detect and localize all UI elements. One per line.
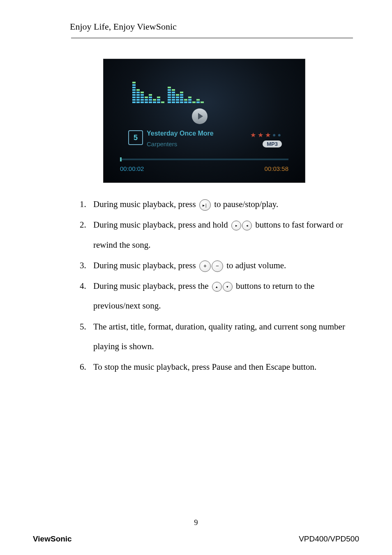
- elapsed-time: 00:00:02: [120, 165, 144, 172]
- footer-model: VPD400/VPD500: [299, 534, 359, 543]
- step-text: During music playback, press and hold: [93, 220, 230, 230]
- device-screenshot-wrap: 5 Yesterday Once More Carpenters ★ ★ ★ ●…: [55, 59, 353, 183]
- step-text: During music playback, press the: [93, 281, 211, 291]
- rating-stars: ★ ★ ★ ● ●: [250, 131, 281, 139]
- step-text: to pause/stop/play.: [214, 199, 278, 209]
- play-indicator-icon: [192, 108, 208, 124]
- step-text: The artist, title, format, duration, qua…: [93, 322, 345, 351]
- step-text: During music playback, press: [93, 199, 198, 209]
- star-icon: ★: [258, 131, 263, 139]
- list-item: During music playback, press the buttons…: [88, 276, 353, 316]
- step-text: To stop the music playback, press Pause …: [93, 362, 316, 372]
- header-rule: [71, 38, 353, 38]
- format-badge: MP3: [263, 140, 282, 147]
- footer-brand: ViewSonic: [33, 534, 72, 543]
- track-title: Yesterday Once More: [147, 130, 214, 137]
- device-screenshot: 5 Yesterday Once More Carpenters ★ ★ ★ ●…: [103, 59, 305, 183]
- total-duration: 00:03:58: [265, 165, 288, 172]
- page-number: 9: [0, 518, 392, 527]
- progress-bar: [120, 159, 288, 160]
- instruction-list: During music playback, press to pause/st…: [72, 194, 353, 377]
- star-icon: ★: [250, 131, 256, 139]
- star-icon: ●: [278, 132, 281, 138]
- page-footer: ViewSonic VPD400/VPD500: [33, 534, 359, 543]
- progress-knob: [120, 157, 122, 161]
- list-item: During music playback, press and hold bu…: [88, 215, 353, 255]
- list-item: To stop the music playback, press Pause …: [88, 357, 353, 377]
- list-item: The artist, title, format, duration, qua…: [88, 317, 353, 357]
- track-artist: Carpenters: [147, 140, 177, 147]
- step-text: to adjust volume.: [226, 260, 286, 270]
- play-pause-button-icon: [199, 199, 211, 211]
- prev-next-buttons-icon: [212, 282, 233, 292]
- ff-rw-buttons-icon: [231, 221, 252, 230]
- list-item: During music playback, press to adjust v…: [88, 256, 353, 275]
- track-number-box: 5: [128, 130, 143, 145]
- list-item: During music playback, press to pause/st…: [88, 194, 353, 214]
- page-header: Enjoy Life, Enjoy ViewSonic: [55, 21, 353, 32]
- volume-buttons-icon: [199, 260, 223, 272]
- star-icon: ●: [272, 132, 276, 138]
- star-icon: ★: [265, 131, 271, 139]
- equalizer-visualizer: [132, 82, 204, 103]
- step-text: During music playback, press: [93, 260, 196, 270]
